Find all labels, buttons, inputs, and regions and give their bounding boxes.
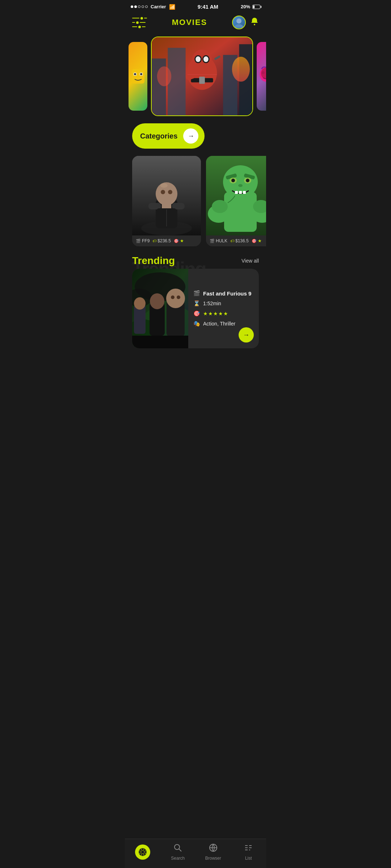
svg-point-0	[236, 18, 241, 24]
svg-rect-56	[235, 191, 238, 194]
app-header: MOVIES	[125, 12, 266, 34]
trending-duration-icon: ⌛	[193, 300, 200, 307]
trending-genre: Action, Thriller	[203, 321, 235, 327]
svg-point-20	[196, 56, 201, 62]
ff9-poster	[132, 156, 201, 235]
ff9-rating-item: 🎯 ★	[174, 238, 184, 243]
poster-spongebob	[129, 42, 147, 111]
categories-button[interactable]: Categories →	[132, 123, 205, 149]
featured-carousel[interactable]	[125, 34, 266, 121]
ff9-svg	[132, 156, 201, 235]
movie-card-ff9[interactable]: 🎬 FF9 🏷 $236.5 🎯 ★	[132, 156, 201, 246]
status-left: Carrier 📶	[131, 4, 175, 10]
categories-section: Categories →	[125, 121, 266, 154]
svg-rect-58	[243, 191, 246, 194]
movie-card-hulk[interactable]: 🎬 HULK 🏷 $136.5 🎯 ★	[206, 156, 266, 246]
hulk-poster	[206, 156, 266, 235]
svg-point-54	[246, 179, 249, 182]
svg-point-21	[203, 56, 209, 62]
svg-point-13	[232, 57, 250, 82]
svg-point-1	[235, 24, 243, 28]
trending-genre-icon: 🎭	[193, 320, 200, 327]
trending-section: Trending Trending View all	[125, 252, 266, 354]
battery-label: 20%	[241, 4, 250, 9]
filter-line-2b	[140, 22, 146, 23]
filter-line-3b	[142, 26, 146, 27]
carrier-label: Carrier	[151, 4, 166, 9]
ff9-price-item: 🏷 $236.5	[152, 238, 171, 243]
hulk-illustration	[206, 156, 266, 235]
hulk-ctrl-icon: 🎯	[252, 239, 257, 243]
trending-duration: 1:52min	[203, 301, 221, 306]
hulk-star: ★	[258, 238, 262, 243]
poster-villain	[257, 42, 266, 111]
signal-dots	[131, 5, 148, 8]
movie-cards-list: 🎬 FF9 🏷 $236.5 🎯 ★	[125, 154, 266, 252]
filter-circle-3	[138, 26, 141, 28]
poster-deadpool	[152, 37, 252, 115]
filter-circle-2	[136, 21, 139, 24]
svg-point-38	[168, 190, 172, 194]
avatar-image	[234, 17, 244, 28]
trending-title: Trending	[132, 255, 175, 267]
svg-point-86	[177, 295, 180, 299]
svg-point-82	[150, 293, 164, 309]
signal-dot-3	[138, 5, 140, 8]
trending-rating-icon: 🎯	[193, 310, 200, 317]
svg-rect-23	[199, 77, 205, 84]
trending-movie-title: Fast and Furious 9	[203, 290, 251, 297]
trending-duration-row: ⌛ 1:52min	[193, 300, 254, 307]
hulk-title-item: 🎬 HULK	[210, 238, 227, 243]
filter-row-1	[132, 17, 147, 20]
trending-card-ff9[interactable]: 🎬 Fast and Furious 9 ⌛ 1:52min 🎯 ★★★★★ 🎭…	[132, 269, 259, 348]
signal-dot-4	[142, 5, 144, 8]
carousel-card-right[interactable]	[257, 42, 266, 111]
spongebob-illustration	[130, 65, 146, 87]
signal-dot-2	[134, 5, 137, 8]
status-right: 20%	[241, 4, 260, 9]
header-right	[232, 16, 259, 29]
hulk-svg	[206, 156, 266, 235]
filter-circle-1	[140, 17, 143, 20]
status-bar: Carrier 📶 9:41 AM 20%	[125, 0, 266, 12]
trending-play-button[interactable]: →	[239, 327, 254, 342]
view-all-button[interactable]: View all	[241, 258, 259, 264]
svg-point-85	[171, 295, 175, 299]
status-time: 9:41 AM	[198, 4, 218, 10]
villain-illustration	[258, 65, 266, 87]
filter-row-3	[132, 26, 147, 28]
ff9-star: ★	[180, 238, 184, 243]
trending-genre-row: 🎭 Action, Thriller	[193, 320, 254, 327]
trending-film-icon: 🎬	[193, 290, 200, 297]
svg-point-55	[238, 184, 243, 187]
ff9-price: $236.5	[157, 238, 171, 243]
svg-rect-10	[168, 48, 185, 115]
avatar[interactable]	[232, 16, 246, 29]
battery-fill	[253, 5, 255, 8]
hulk-rating-item: 🎯 ★	[252, 238, 262, 243]
notification-bell-icon[interactable]	[250, 17, 259, 28]
trending-header: Trending Trending View all	[132, 255, 259, 267]
hulk-info: 🎬 HULK 🏷 $136.5 🎯 ★	[206, 235, 266, 246]
svg-point-7	[140, 73, 142, 75]
svg-point-39	[160, 183, 168, 188]
svg-point-84	[166, 289, 185, 308]
filter-button[interactable]	[132, 17, 147, 28]
hulk-price-icon: 🏷	[230, 239, 234, 243]
ff9-title-item: 🎬 FF9	[136, 238, 150, 243]
ff9-title: FF9	[142, 238, 150, 243]
hulk-price-item: 🏷 $136.5	[230, 238, 249, 243]
filter-row-2	[132, 21, 147, 24]
svg-rect-3	[132, 69, 144, 84]
svg-point-80	[134, 297, 146, 310]
svg-rect-87	[132, 336, 188, 348]
carousel-card-main[interactable]	[151, 37, 253, 116]
carousel-card-left[interactable]	[129, 42, 147, 111]
hulk-price: $136.5	[235, 238, 249, 243]
categories-label: Categories	[140, 132, 177, 140]
signal-dot-5	[145, 5, 148, 8]
filter-line-2	[132, 22, 135, 23]
trending-ff9-svg	[132, 269, 188, 348]
hulk-title: HULK	[216, 238, 227, 243]
svg-point-53	[231, 179, 235, 182]
